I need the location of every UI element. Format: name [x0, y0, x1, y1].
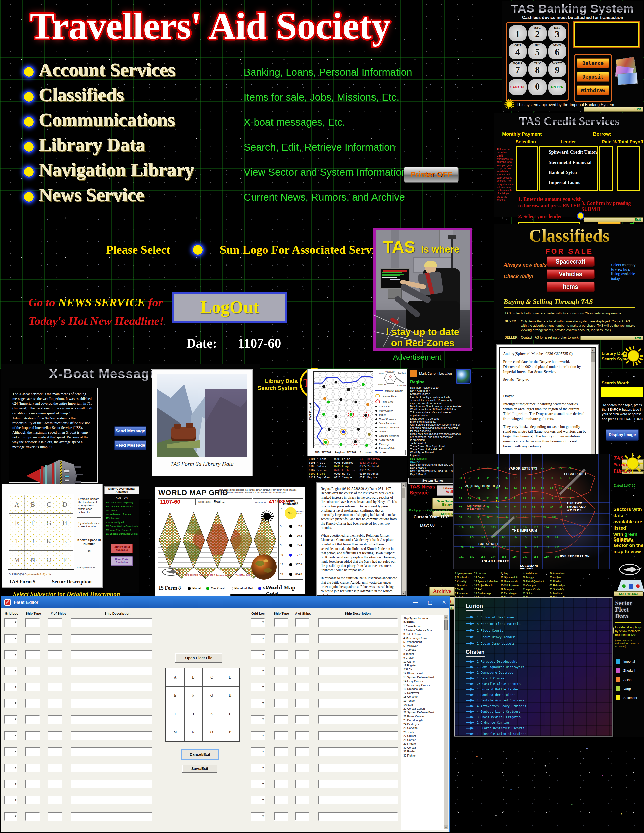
- category-button[interactable]: Vehicles: [546, 269, 594, 279]
- grid-cell[interactable]: C: [203, 668, 221, 687]
- form5-library-data-button[interactable]: Library Data Available: [111, 544, 133, 553]
- ship-type-line[interactable]: IMPERIAL: [403, 621, 443, 625]
- listbox-scrollbar[interactable]: ▲▼: [444, 615, 448, 829]
- logout-button[interactable]: LogOut: [172, 292, 287, 323]
- maximize-button[interactable]: ▢: [428, 599, 432, 605]
- lender-option[interactable]: Sternmetal Financial: [549, 159, 597, 170]
- sun-bullet-icon[interactable]: [24, 167, 34, 177]
- shiptype-input[interactable]: [274, 748, 288, 756]
- sector-name[interactable]: 53 Staihaia'yo: [549, 588, 573, 592]
- lender-option[interactable]: Bank of Sylea: [549, 170, 597, 180]
- system-entry[interactable]: 0307 Yori: [359, 468, 380, 472]
- ship-type-line[interactable]: 22 Patrol Cruiser: [403, 715, 443, 719]
- sector-name[interactable]: 51 Hlakhoi: [549, 580, 573, 584]
- shiptype-input[interactable]: [274, 634, 288, 643]
- sun-bullet-icon[interactable]: [24, 92, 34, 102]
- ship-type-line[interactable]: 1 Close Escort: [403, 624, 443, 629]
- sector-name[interactable]: 42 Spica: [523, 592, 547, 596]
- ship-type-line[interactable]: 17 Destroyer: [403, 691, 443, 695]
- ship-type-line[interactable]: 24 Destroyer: [403, 722, 443, 727]
- category-button[interactable]: Items: [546, 282, 594, 292]
- sector-name[interactable]: 26 Glimmerdrift: [501, 576, 521, 580]
- shiptype-input[interactable]: [274, 699, 288, 708]
- grid-cell[interactable]: D: [221, 668, 240, 687]
- grid-cell[interactable]: N: [184, 723, 203, 741]
- gridloc-combo[interactable]: [251, 748, 265, 756]
- sector-name[interactable]: 13 Corridor: [474, 571, 499, 576]
- grid-cell[interactable]: K: [203, 705, 221, 723]
- ship-type-line[interactable]: VARGR: [403, 703, 443, 707]
- sun-bullet-icon[interactable]: [24, 117, 34, 127]
- sector-name[interactable]: 25 Ley: [501, 571, 521, 576]
- enter-key[interactable]: ENTER: [548, 79, 566, 95]
- sector-name[interactable]: 49 Afawahisa: [549, 571, 573, 576]
- shiptype-input[interactable]: [274, 764, 288, 772]
- grid-cell[interactable]: P: [221, 723, 240, 741]
- keypad-key[interactable]: ABC 2: [528, 25, 546, 42]
- form5-grid-svg[interactable]: ABCD EFGH IJKL MNOP: [9, 495, 73, 569]
- menu-item[interactable]: Library Data Search, Edit, Retrieve Info…: [19, 135, 473, 160]
- sector-name[interactable]: 6 Provence: [455, 592, 472, 596]
- gridloc-combo[interactable]: [251, 699, 265, 708]
- sector-name[interactable]: 54 Iwahfuah: [549, 592, 573, 596]
- system-entry[interactable]: 0103 Ariel: [309, 461, 330, 465]
- menu-item-label[interactable]: Account Services: [39, 60, 175, 81]
- display-image-button[interactable]: Display Image: [605, 429, 639, 441]
- sector-name[interactable]: 2 Ngathksirz: [455, 576, 472, 580]
- close-button[interactable]: ✕: [442, 599, 446, 605]
- shipdesc-input[interactable]: [319, 764, 398, 772]
- system-entry[interactable]: 0309 Moughas: [359, 472, 380, 476]
- ship-type-line[interactable]: Ship Types for zone: [403, 617, 443, 621]
- shipdesc-input[interactable]: [319, 812, 398, 821]
- ship-type-line[interactable]: 18 Corvette: [403, 695, 443, 699]
- ship-type-line[interactable]: ASLAN: [403, 668, 443, 672]
- numships-input[interactable]: [295, 764, 309, 772]
- numships-input[interactable]: [295, 683, 309, 691]
- minimize-button[interactable]: —: [413, 599, 418, 605]
- numships-input[interactable]: [295, 780, 309, 788]
- menu-item[interactable]: News Service Current News, Rumors, and A…: [19, 185, 473, 210]
- sector-name[interactable]: 50 Aktifao: [549, 576, 573, 580]
- sun-bullet-icon[interactable]: [24, 67, 34, 77]
- numships-input[interactable]: [295, 667, 309, 675]
- ship-type-line[interactable]: 26 Tender: [403, 730, 443, 734]
- sector-name[interactable]: 38 Magyar: [523, 576, 547, 580]
- grid-cell[interactable]: J: [184, 705, 203, 723]
- ship-type-line[interactable]: 12 Ktiwa Escort: [403, 671, 443, 675]
- ship-type-line[interactable]: 13 System Defense Boat: [403, 675, 443, 680]
- lender-option[interactable]: Imperial Loans: [549, 180, 597, 190]
- system-entry[interactable]: 0305 Yorbund: [359, 465, 380, 468]
- ship-type-line[interactable]: 28 Carrier: [403, 738, 443, 742]
- ship-type-line[interactable]: 30 Corsair: [403, 746, 443, 750]
- keypad-key[interactable]: MNO 6: [548, 43, 566, 60]
- system-entry[interactable]: 0301 Bezaredy: [359, 457, 380, 461]
- gridloc-combo[interactable]: [251, 651, 265, 659]
- sector-name[interactable]: 1 Tienspevnekr: [455, 571, 472, 576]
- menu-item[interactable]: Communications X-boat messages, Etc.: [19, 110, 473, 135]
- shiptype-input[interactable]: [274, 667, 288, 675]
- sector-name[interactable]: 40 Canopus: [523, 584, 547, 588]
- keypad-key[interactable]: JKL 5: [528, 43, 546, 60]
- shipdesc-input[interactable]: [319, 634, 398, 643]
- exit-fleet-data-bar[interactable]: Exit Fleet Data: [614, 591, 644, 596]
- system-entry[interactable]: 0211 Jenghe: [334, 476, 355, 479]
- shipdesc-input[interactable]: [319, 731, 398, 740]
- ship-type-line[interactable]: 5 Dreadnought: [403, 640, 443, 644]
- news-scrollbar[interactable]: ▲▼: [401, 483, 406, 595]
- banking-action-button[interactable]: Deposit: [577, 72, 609, 82]
- selection-box[interactable]: [516, 146, 538, 191]
- sun-bullet-icon[interactable]: [24, 142, 34, 152]
- ship-type-line[interactable]: 15 Mercenary Cruiser: [403, 683, 443, 687]
- shiptype-input[interactable]: [274, 796, 288, 804]
- shipdesc-input[interactable]: [319, 699, 398, 708]
- save-exit-button[interactable]: Save/Exit: [182, 765, 217, 773]
- ship-type-line[interactable]: 23 Dreadnought: [403, 719, 443, 722]
- numships-input[interactable]: [295, 715, 309, 724]
- keypad-key[interactable]: PQRS 7: [509, 61, 526, 77]
- sector-name[interactable]: 39 Ustral Quadrant: [523, 580, 547, 584]
- system-entry[interactable]: 0109 Efate: [309, 472, 330, 476]
- ship-type-line[interactable]: 27 Cruiser: [403, 734, 443, 738]
- numships-input[interactable]: [295, 618, 309, 627]
- ship-type-line[interactable]: 31 Raider: [403, 750, 443, 754]
- grid-cell[interactable]: A: [166, 668, 184, 687]
